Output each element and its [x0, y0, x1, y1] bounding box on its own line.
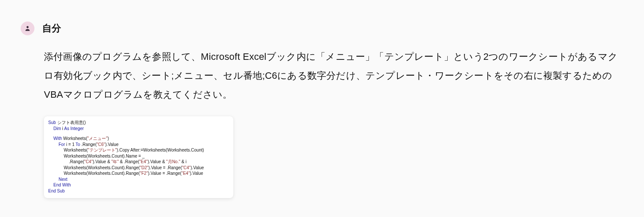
svg-point-0	[27, 26, 29, 28]
person-icon	[24, 25, 31, 32]
avatar	[21, 22, 34, 35]
code-blank	[48, 131, 229, 136]
code-attachment: Sub シフト表用意() Dim i As Integer With Works…	[44, 116, 233, 198]
message-header: 自分	[21, 22, 623, 35]
code-line: Dim i As Integer	[48, 126, 229, 132]
code-line: For i = 1 To .Range("C6").Value	[48, 142, 229, 148]
code-line: Sub シフト表用意()	[48, 120, 229, 126]
code-line: Worksheets(Worksheets.Count).Range("F2")…	[48, 170, 229, 177]
code-line: .Range("C4").Value & "年" & .Range("E4").…	[48, 159, 229, 165]
code-line: Next	[48, 177, 229, 183]
code-line: Worksheets("テンプレート").Copy After:=Workshe…	[48, 147, 229, 153]
code-line: Worksheets(Worksheets.Count).Name = _	[48, 153, 229, 159]
code-line: Worksheets(Worksheets.Count).Range("D2")…	[48, 165, 229, 171]
code-line: End With	[48, 182, 229, 188]
message-text: 添付画像のプログラムを参照して、Microsoft Excelブック内に「メニュ…	[44, 47, 623, 104]
code-line: With Worksheets("メニュー")	[48, 136, 229, 142]
chat-message: 自分 添付画像のプログラムを参照して、Microsoft Excelブック内に「…	[0, 0, 644, 207]
author-label: 自分	[42, 22, 61, 35]
code-line: End Sub	[48, 188, 229, 194]
